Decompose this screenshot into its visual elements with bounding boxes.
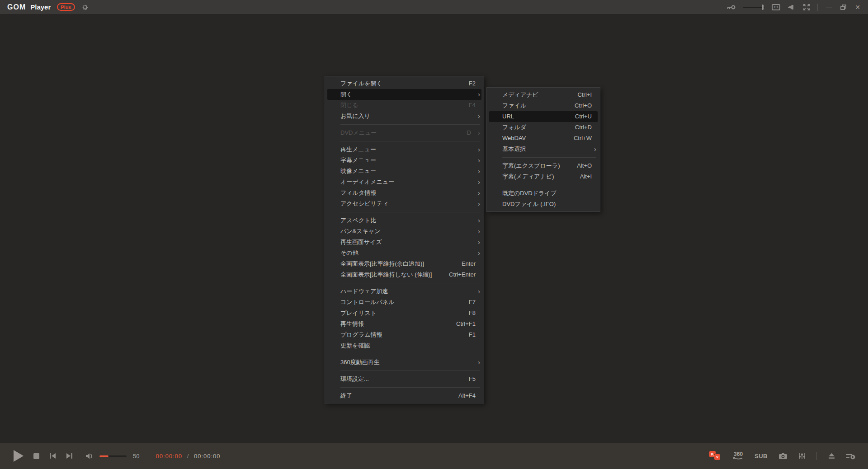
play-icon xyxy=(14,450,24,462)
menu-item-label: オーディオメニュー xyxy=(340,177,394,188)
submenu-arrow-icon: › xyxy=(476,237,480,247)
menu-item-label: フォルダ xyxy=(502,122,526,133)
capture-button[interactable] xyxy=(778,453,788,460)
menu-item[interactable]: メディアナビCtrl+I xyxy=(489,89,598,100)
menu-item-meta: › xyxy=(476,145,480,155)
menu-item[interactable]: 字幕(エクスプローラ)Alt+O xyxy=(489,160,598,171)
menu-item-label: ファイルを開く xyxy=(340,78,382,89)
playlist-button[interactable] xyxy=(846,453,855,460)
menu-item[interactable]: DVDファイル (.IFO) xyxy=(489,199,598,210)
menu-item-meta: › xyxy=(476,166,480,176)
video-360-button[interactable]: 360 xyxy=(733,452,744,460)
menu-item[interactable]: パン&スキャン› xyxy=(327,226,481,237)
menu-item[interactable]: 字幕(メディアナビ)Alt+I xyxy=(489,171,598,182)
menu-item[interactable]: 既定のDVDドライブ xyxy=(489,188,598,199)
menu-item-meta: › xyxy=(476,177,480,187)
rotate-arrow-icon xyxy=(733,457,744,460)
menu-item[interactable]: ハードウェア加速› xyxy=(327,286,481,297)
play-button[interactable] xyxy=(14,450,24,462)
menu-item-meta: › xyxy=(476,199,480,209)
stop-button[interactable] xyxy=(24,453,39,459)
menu-item[interactable]: 360度動画再生› xyxy=(327,357,481,368)
gom-remote-kv-button[interactable]: K V xyxy=(709,451,722,461)
menu-shortcut: Alt+I xyxy=(580,171,592,182)
time-display: 00:00:00 / 00:00:00 xyxy=(156,453,220,460)
menu-item[interactable]: お気に入り› xyxy=(327,111,481,122)
menu-item[interactable]: 終了Alt+F4 xyxy=(327,390,481,401)
submenu-arrow-icon: › xyxy=(476,89,480,99)
total-time: 00:00:00 xyxy=(194,453,221,460)
menu-item[interactable]: フィルタ情報› xyxy=(327,188,481,198)
menu-item-meta: › xyxy=(476,111,480,121)
menu-shortcut: F4 xyxy=(469,100,476,111)
menu-item[interactable]: フォルダCtrl+D xyxy=(489,122,598,133)
menu-item[interactable]: 字幕メニュー› xyxy=(327,155,481,166)
equalizer-button[interactable] xyxy=(798,452,806,460)
minimize-button[interactable]: — xyxy=(825,4,833,11)
menu-shortcut: Ctrl+O xyxy=(575,100,592,111)
menu-separator xyxy=(502,157,596,158)
menu-item[interactable]: 再生メニュー› xyxy=(327,144,481,155)
original-size-icon[interactable]: 1:1 xyxy=(772,4,780,10)
menu-item[interactable]: 映像メニュー› xyxy=(327,166,481,177)
submenu-arrow-icon: › xyxy=(476,357,480,367)
previous-button[interactable] xyxy=(49,453,56,459)
menu-item[interactable]: オーディオメニュー› xyxy=(327,177,481,188)
submenu-arrow-icon: › xyxy=(476,111,480,121)
menu-item-meta: › xyxy=(476,226,480,236)
menu-item[interactable]: アスペクト比› xyxy=(327,215,481,226)
submenu-arrow-icon: › xyxy=(476,248,480,258)
gom-player-window: GOM Player Plus 1:1 — xyxy=(0,0,868,469)
menu-item[interactable]: 再生情報Ctrl+F1 xyxy=(327,319,481,329)
menu-item-meta: F5 xyxy=(469,374,480,385)
submenu-arrow-icon: › xyxy=(476,155,480,165)
menu-item-label: 再生情報 xyxy=(340,319,364,329)
menu-item-meta: Alt+F4 xyxy=(458,390,480,401)
submenu-arrow-icon: › xyxy=(476,286,480,296)
close-button[interactable]: ✕ xyxy=(854,4,862,11)
submenu-arrow-icon: › xyxy=(476,199,480,209)
menu-item[interactable]: 再生画面サイズ› xyxy=(327,237,481,248)
menu-item[interactable]: ファイルを開くF2 xyxy=(327,78,481,89)
opacity-slider[interactable] xyxy=(743,7,764,8)
menu-item[interactable]: 開く› xyxy=(327,89,481,100)
menu-item[interactable]: ファイルCtrl+O xyxy=(489,100,598,111)
menu-item[interactable]: 全画面表示[比率維持(余白追加)]Enter xyxy=(327,258,481,269)
menu-item[interactable]: 更新を確認 xyxy=(327,340,481,351)
menu-item-label: 字幕(エクスプローラ) xyxy=(502,160,560,171)
menu-separator xyxy=(340,354,480,354)
plus-badge: Plus xyxy=(57,3,75,11)
menu-item[interactable]: コントロールパネルF7 xyxy=(327,297,481,308)
restore-button[interactable] xyxy=(840,5,846,10)
opacity-slider-thumb[interactable] xyxy=(762,5,764,10)
menu-item-label: 開く xyxy=(340,89,352,100)
next-button[interactable] xyxy=(66,453,73,459)
settings-gear-icon[interactable] xyxy=(81,4,89,11)
menu-shortcut: F2 xyxy=(469,78,476,89)
fullscreen-expand-icon[interactable] xyxy=(803,4,810,11)
menu-item[interactable]: WebDAVCtrl+W xyxy=(489,133,598,144)
unlock-key-icon[interactable] xyxy=(726,5,736,10)
menu-item: 閉じるF4 xyxy=(327,100,481,111)
menu-item-meta: Alt+O xyxy=(577,160,596,171)
menu-item[interactable]: プレイリストF8 xyxy=(327,308,481,319)
menu-item[interactable]: プログラム情報F1 xyxy=(327,329,481,340)
menu-item-label: その他 xyxy=(340,248,359,258)
pin-on-top-icon[interactable] xyxy=(788,4,796,10)
menu-item-meta: Ctrl+F1 xyxy=(456,319,480,329)
menu-item-meta: › xyxy=(476,89,480,99)
submenu-arrow-icon: › xyxy=(476,226,480,236)
volume-mute-button[interactable] xyxy=(85,453,94,460)
titlebar: GOM Player Plus 1:1 — xyxy=(0,0,868,14)
open-submenu: メディアナビCtrl+IファイルCtrl+OURLCtrl+UフォルダCtrl+… xyxy=(486,87,600,212)
menu-item[interactable]: 環境設定...F5 xyxy=(327,374,481,385)
subtitles-button[interactable]: SUB xyxy=(755,453,768,460)
volume-slider[interactable] xyxy=(99,455,127,457)
menu-item[interactable]: アクセシビリティ› xyxy=(327,198,481,209)
menu-item[interactable]: 全画面表示[比率維持しない (伸縮)]Ctrl+Enter xyxy=(327,269,481,280)
menu-item[interactable]: その他› xyxy=(327,248,481,258)
menu-item-label: 既定のDVDドライブ xyxy=(502,188,557,199)
menu-item[interactable]: URLCtrl+U xyxy=(489,111,598,122)
eject-button[interactable] xyxy=(828,453,835,459)
menu-item[interactable]: 基本選択› xyxy=(489,144,598,155)
